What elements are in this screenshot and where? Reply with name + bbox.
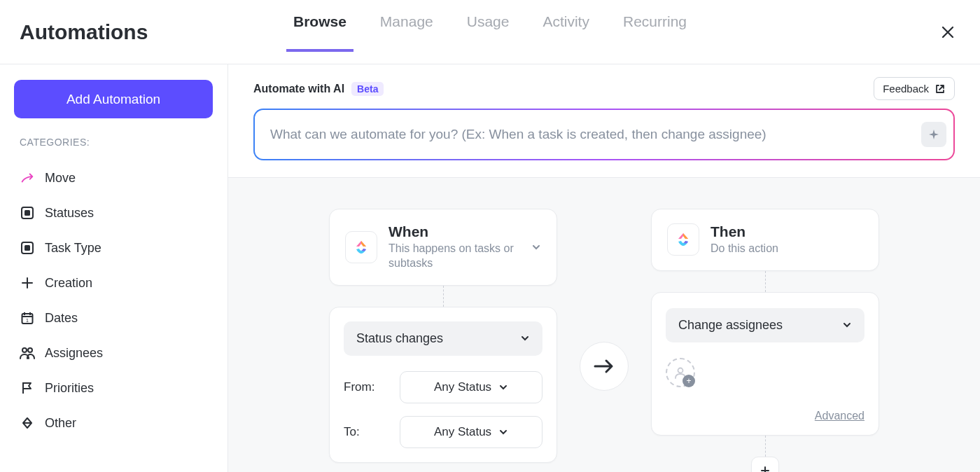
add-assignee-button[interactable]: + (666, 358, 695, 387)
sidebar-item-label: Creation (45, 276, 92, 291)
flag-icon (20, 380, 35, 396)
sidebar: Add Automation CATEGORIES: Move Statuses… (0, 64, 228, 472)
sidebar-item-label: Assignees (45, 346, 103, 361)
svg-point-8 (678, 368, 683, 373)
svg-text:1: 1 (26, 318, 29, 323)
ai-submit-button[interactable] (921, 122, 946, 147)
sidebar-item-statuses[interactable]: Statuses (14, 195, 214, 230)
close-button[interactable] (941, 25, 955, 39)
chevron-down-icon (498, 427, 508, 437)
square-icon (20, 240, 35, 256)
then-subtitle: Do this action (710, 242, 778, 256)
square-icon (20, 205, 35, 221)
plus-icon (20, 275, 35, 291)
categories-heading: CATEGORIES: (14, 137, 214, 148)
sidebar-item-label: Priorities (45, 381, 94, 396)
connector (765, 436, 766, 457)
connector (765, 271, 766, 292)
trigger-select[interactable]: Status changes (344, 321, 542, 356)
clickup-icon (345, 231, 377, 263)
connector (443, 286, 444, 307)
arrow-connector (580, 342, 629, 391)
svg-rect-3 (24, 245, 30, 251)
sidebar-item-move[interactable]: Move (14, 160, 214, 195)
action-select[interactable]: Change assignees (666, 308, 864, 342)
sidebar-item-other[interactable]: Other (14, 405, 214, 440)
tab-activity[interactable]: Activity (542, 13, 589, 51)
arrow-right-icon (592, 358, 616, 375)
sidebar-item-creation[interactable]: Creation (14, 265, 214, 300)
from-value: Any Status (434, 380, 491, 394)
page-title: Automations (20, 20, 148, 44)
sparkle-icon (927, 128, 940, 141)
to-value: Any Status (434, 425, 491, 439)
sidebar-item-label: Move (45, 171, 76, 186)
to-select[interactable]: Any Status (400, 416, 542, 448)
sidebar-item-dates[interactable]: 1 Dates (14, 300, 214, 335)
main: Automate with AI Beta Feedback (228, 64, 980, 472)
trigger-select-label: Status changes (356, 331, 443, 346)
tab-usage[interactable]: Usage (467, 13, 510, 51)
then-title: Then (710, 223, 778, 240)
svg-point-6 (22, 348, 27, 352)
tab-recurring[interactable]: Recurring (623, 13, 687, 51)
clickup-icon (667, 223, 699, 256)
tabs: Browse Manage Usage Activity Recurring (293, 13, 687, 51)
when-card[interactable]: When This happens on tasks or subtasks (329, 209, 557, 286)
advanced-link[interactable]: Advanced (666, 410, 864, 422)
sidebar-item-priorities[interactable]: Priorities (14, 370, 214, 405)
from-label: From: (344, 380, 386, 394)
chevron-down-icon (842, 320, 852, 330)
sidebar-item-label: Dates (45, 311, 78, 326)
canvas: When This happens on tasks or subtasks S… (228, 178, 980, 472)
chevron-down-icon (531, 242, 541, 252)
plus-badge-icon: + (682, 375, 695, 387)
tab-manage[interactable]: Manage (380, 13, 433, 51)
calendar-icon: 1 (20, 310, 35, 326)
external-link-icon (934, 83, 946, 95)
chevron-down-icon (520, 333, 530, 343)
when-subtitle: This happens on tasks or subtasks (388, 242, 520, 271)
beta-badge: Beta (351, 82, 384, 96)
ai-bar: Automate with AI Beta Feedback (228, 64, 980, 178)
svg-point-7 (28, 348, 32, 352)
people-icon (20, 345, 35, 361)
chevron-down-icon (498, 382, 508, 392)
trigger-card: Status changes From: Any Status To: (329, 307, 557, 463)
tab-browse[interactable]: Browse (293, 13, 346, 51)
ai-input-container (253, 109, 955, 160)
header: Automations Browse Manage Usage Activity… (0, 0, 980, 64)
from-select[interactable]: Any Status (400, 371, 542, 403)
diamond-icon (20, 415, 35, 431)
add-step-button[interactable] (751, 457, 779, 472)
sidebar-item-label: Other (45, 416, 76, 431)
then-card[interactable]: Then Do this action (651, 209, 879, 271)
when-title: When (388, 223, 520, 240)
to-label: To: (344, 425, 386, 439)
sidebar-item-assignees[interactable]: Assignees (14, 335, 214, 370)
sidebar-item-label: Task Type (45, 241, 102, 256)
feedback-label: Feedback (883, 83, 929, 95)
ai-input[interactable] (270, 127, 921, 142)
plus-icon (760, 465, 771, 472)
ai-title: Automate with AI (253, 83, 344, 95)
sidebar-item-task-type[interactable]: Task Type (14, 230, 214, 265)
close-icon (941, 25, 955, 39)
action-card: Change assignees + Advanced (651, 292, 879, 436)
action-select-label: Change assignees (678, 318, 783, 333)
sidebar-item-label: Statuses (45, 206, 94, 221)
share-icon (20, 170, 35, 186)
add-automation-button[interactable]: Add Automation (14, 80, 213, 118)
svg-rect-1 (24, 210, 30, 216)
feedback-button[interactable]: Feedback (874, 77, 955, 100)
